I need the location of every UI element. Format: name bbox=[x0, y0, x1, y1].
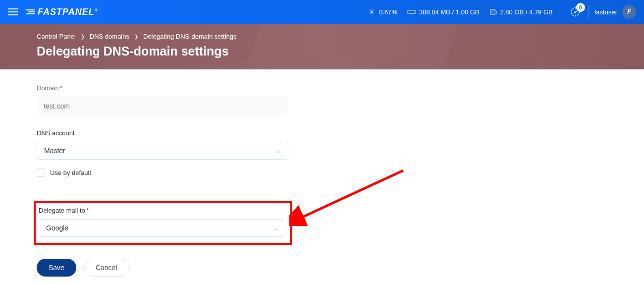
use-default-row: Use by default bbox=[37, 169, 290, 177]
breadcrumb-control-panel[interactable]: Control Panel bbox=[37, 33, 76, 40]
notifications-button[interactable]: 0 bbox=[561, 5, 582, 19]
use-default-checkbox[interactable] bbox=[37, 169, 45, 177]
user-menu[interactable]: fastuser F bbox=[588, 5, 636, 19]
logo-icon bbox=[26, 9, 35, 15]
memory-stat[interactable]: 388.04 MB / 1.00 GB bbox=[407, 8, 479, 16]
dns-account-label: DNS account bbox=[37, 129, 290, 137]
top-bar: FASTPANEL® 0.67% 388.04 MB / 1.00 GB 2.8… bbox=[0, 0, 644, 24]
chevron-down-icon: ⌄ bbox=[273, 225, 278, 231]
breadcrumb-dns-domains[interactable]: DNS domains bbox=[90, 33, 129, 40]
breadcrumb-current: Delegating DNS-domain settings bbox=[143, 33, 237, 40]
system-stats: 0.67% 388.04 MB / 1.00 GB 2.80 GB / 4.79… bbox=[368, 8, 553, 16]
domain-input: test.com bbox=[37, 97, 288, 115]
dns-account-select[interactable]: Master ⌄ bbox=[37, 142, 288, 160]
page-header: Control Panel ❯ DNS domains ❯ Delegating… bbox=[0, 24, 644, 69]
delegate-mail-highlight: Delegate mail to* Google ⌄ bbox=[34, 201, 292, 245]
cancel-button[interactable]: Cancel bbox=[83, 259, 130, 277]
logo-text: FASTPANEL® bbox=[38, 7, 98, 17]
logo[interactable]: FASTPANEL® bbox=[26, 7, 98, 17]
chevron-right-icon: ❯ bbox=[81, 34, 85, 39]
save-button[interactable]: Save bbox=[37, 259, 76, 277]
menu-toggle-icon[interactable] bbox=[8, 6, 18, 17]
delegate-mail-value: Google bbox=[46, 224, 68, 232]
chevron-right-icon: ❯ bbox=[134, 34, 138, 39]
domain-label: Domain* bbox=[37, 84, 290, 92]
button-row: Save Cancel bbox=[37, 259, 290, 277]
user-avatar-icon: F bbox=[622, 5, 636, 19]
use-default-label: Use by default bbox=[50, 169, 91, 176]
disk-stat[interactable]: 2.80 GB / 4.79 GB bbox=[489, 8, 553, 16]
form-container: Domain* test.com DNS account Master ⌄ Us… bbox=[0, 69, 327, 284]
svg-rect-1 bbox=[371, 11, 373, 13]
dns-account-field-group: DNS account Master ⌄ bbox=[37, 129, 290, 160]
memory-value: 388.04 MB / 1.00 GB bbox=[419, 8, 479, 16]
disk-value: 2.80 GB / 4.79 GB bbox=[500, 8, 553, 16]
chevron-down-icon: ⌄ bbox=[276, 148, 281, 154]
delegate-mail-label: Delegate mail to* bbox=[39, 207, 287, 214]
cpu-stat[interactable]: 0.67% bbox=[368, 8, 397, 16]
dns-account-value: Master bbox=[44, 147, 65, 155]
breadcrumb: Control Panel ❯ DNS domains ❯ Delegating… bbox=[37, 33, 607, 40]
cpu-value: 0.67% bbox=[379, 8, 397, 16]
notif-badge: 0 bbox=[576, 3, 585, 12]
username: fastuser bbox=[594, 8, 617, 16]
memory-icon bbox=[407, 9, 416, 15]
svg-rect-2 bbox=[408, 10, 416, 13]
page-title: Delegating DNS-domain settings bbox=[37, 44, 607, 58]
disk-icon bbox=[489, 8, 497, 15]
domain-field-group: Domain* test.com bbox=[37, 84, 290, 115]
cpu-icon bbox=[368, 8, 376, 16]
delegate-mail-select[interactable]: Google ⌄ bbox=[39, 219, 285, 237]
